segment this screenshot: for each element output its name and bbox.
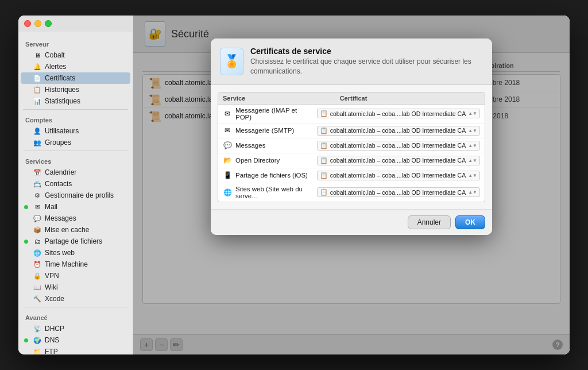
cert-select-text: cobalt.atomic.lab – coba....lab OD Inter… [330,172,466,179]
cert-selector[interactable]: 📋 cobalt.atomic.lab – coba....lab OD Int… [317,187,480,197]
mail-icon: ✉ [33,202,42,211]
sidebar-item-certificats[interactable]: 📄 Certificats [21,72,130,84]
dialog-table-row[interactable]: ✉ Messagerie (SMTP) 📋 cobalt.atomic.lab … [218,124,485,138]
comptes-section-label: Comptes [18,112,133,125]
cert-selector[interactable]: 📋 cobalt.atomic.lab – coba....lab OD Int… [317,126,480,136]
maximize-button[interactable] [45,20,52,27]
sidebar-item-label: Certificats [45,74,75,82]
timemachine-icon: ⏰ [33,260,42,269]
avance-section-label: Avancé [18,310,133,323]
dialog-title: Certificats de service [250,47,483,56]
cert-select-icon: 📋 [320,110,328,117]
cancel-button[interactable]: Annuler [408,215,451,229]
dialog-table-row[interactable]: 📱 Partage de fichiers (iOS) 📋 cobalt.ato… [218,168,485,183]
close-button[interactable] [24,20,31,27]
service-name: Messagerie (SMTP) [235,127,314,134]
service-col-header: Service [223,95,340,102]
sidebar-item-statistiques[interactable]: 📊 Statistiques [21,95,130,107]
sidebar-item-cobalt[interactable]: 🖥 Cobalt [21,49,130,61]
cert-selector[interactable]: 📋 cobalt.atomic.lab – coba....lab OD Int… [317,109,480,118]
sidebar-item-cache[interactable]: 📦 Mise en cache [21,224,130,236]
cert-selector[interactable]: 📋 cobalt.atomic.lab – coba....lab OD Int… [317,156,480,165]
alerts-icon: 🔔 [33,62,42,71]
dialog-body: Service Certificat ✉ Messagerie (IMAP et… [211,85,492,209]
dns-icon: 🌍 [33,336,42,345]
profiles-icon: ⚙ [33,191,42,200]
sidebar-item-time-machine[interactable]: ⏰ Time Machine [21,259,130,270]
dialog-icon: 🏅 [220,48,243,75]
ios-service-icon: 📱 [223,171,232,180]
cert-icon: 📄 [33,74,42,83]
mail-service-icon: ✉ [223,109,232,118]
messages-icon: 💬 [33,214,42,223]
cert-select-text: cobalt.atomic.lab – coba....lab OD Inter… [330,110,466,117]
sidebar-item-sites-web[interactable]: 🌐 Sites web [21,247,130,259]
dialog-subtitle: Choisissez le certificat que chaque serv… [250,57,483,76]
table-header: Service Certificat [218,92,485,105]
groups-icon: 👥 [33,138,42,147]
server-icon: 🖥 [33,51,42,60]
main-window: Serveur 🖥 Cobalt 🔔 Alertes 📄 Certificats… [18,16,570,354]
sharing-icon: 🗂 [33,237,42,246]
ok-button[interactable]: OK [455,215,485,229]
web-icon: 🌐 [33,248,42,257]
web-service-icon: 🌐 [223,188,232,197]
dialog-table-row[interactable]: 💬 Messages 📋 cobalt.atomic.lab – coba...… [218,138,485,153]
contacts-icon: 📇 [33,179,42,188]
sidebar-item-utilisateurs[interactable]: 👤 Utilisateurs [21,125,130,137]
sidebar-item-mail[interactable]: ✉ Mail [21,201,130,213]
dialog-header: 🏅 Certificats de service Choisissez le c… [211,38,492,85]
sidebar-item-label: Utilisateurs [45,127,79,135]
sidebar-item-label: Partage de fichiers [45,237,102,245]
sidebar-item-groupes[interactable]: 👥 Groupes [21,137,130,148]
service-name: Partage de fichiers (iOS) [235,172,314,179]
sidebar-item-label: Contacts [45,180,72,188]
sidebar-item-dns[interactable]: 🌍 DNS [21,334,130,346]
sidebar-item-messages[interactable]: 💬 Messages [21,213,130,224]
dialog-table-row[interactable]: 📂 Open Directory 📋 cobalt.atomic.lab – c… [218,153,485,168]
xcode-icon: 🔨 [33,294,42,303]
chevron-updown-icon: ▲▼ [468,190,477,195]
od-service-icon: 📂 [223,156,232,165]
chevron-updown-icon: ▲▼ [468,158,477,163]
dialog-table-row[interactable]: 🌐 Sites web (Site web du serve… 📋 cobalt… [218,183,485,202]
sidebar-item-calendrier[interactable]: 📅 Calendrier [21,167,130,178]
dialog-table-row[interactable]: ✉ Messagerie (IMAP et POP) 📋 cobalt.atom… [218,105,485,124]
sidebar-item-partage[interactable]: 🗂 Partage de fichiers [21,236,130,247]
server-section-label: Serveur [18,36,133,49]
ftp-icon: 📁 [33,347,42,354]
cert-select-icon: 📋 [320,157,328,164]
service-name: Messages [235,142,314,149]
sidebar-item-label: Messages [45,214,76,222]
sidebar-item-xcode[interactable]: 🔨 Xcode [21,293,130,305]
titlebar [18,16,133,32]
sidebar-item-alertes[interactable]: 🔔 Alertes [21,61,130,72]
cert-selector[interactable]: 📋 cobalt.atomic.lab – coba....lab OD Int… [317,141,480,151]
sidebar-item-label: VPN [45,272,59,280]
cert-select-text: cobalt.atomic.lab – coba....lab OD Inter… [330,127,466,134]
cert-selector[interactable]: 📋 cobalt.atomic.lab – coba....lab OD Int… [317,171,480,180]
sidebar-item-wiki[interactable]: 📖 Wiki [21,282,130,293]
sidebar-item-label: Mise en cache [45,226,89,234]
vpn-icon: 🔒 [33,271,42,280]
stats-icon: 📊 [33,97,42,106]
sidebar-item-label: DNS [45,336,59,344]
services-table: Service Certificat ✉ Messagerie (IMAP et… [218,92,485,202]
sidebar-item-profils[interactable]: ⚙ Gestionnaire de profils [21,190,130,201]
service-name: Sites web (Site web du serve… [235,186,314,199]
sidebar-item-historiques[interactable]: 📋 Historiques [21,84,130,95]
service-name: Messagerie (IMAP et POP) [235,107,314,121]
messages-service-icon: 💬 [223,141,232,150]
sidebar-item-vpn[interactable]: 🔒 VPN [21,270,130,282]
sidebar-item-ftp[interactable]: 📁 FTP [21,346,130,354]
sidebar-item-label: Historiques [45,86,79,94]
smtp-service-icon: ✉ [223,126,232,135]
minimize-button[interactable] [34,20,41,27]
chevron-updown-icon: ▲▼ [468,143,477,148]
sidebar-item-dhcp[interactable]: 📡 DHCP [21,323,130,334]
users-icon: 👤 [33,126,42,136]
cert-select-icon: 📋 [320,142,328,149]
service-certificates-dialog: 🏅 Certificats de service Choisissez le c… [211,38,492,235]
sidebar-item-label: FTP [45,348,58,354]
sidebar-item-contacts[interactable]: 📇 Contacts [21,178,130,190]
